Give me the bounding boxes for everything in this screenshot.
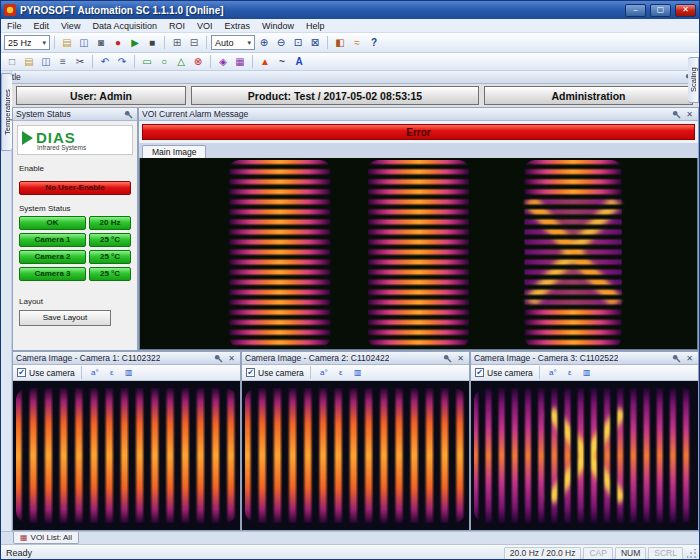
- close-icon[interactable]: ✕: [684, 353, 695, 364]
- system-status-label: System Status: [19, 204, 133, 213]
- redo-icon[interactable]: ↷: [114, 54, 130, 69]
- save-icon[interactable]: ◫: [76, 35, 92, 50]
- undo-icon[interactable]: ↶: [97, 54, 113, 69]
- main-content-row: System Status DIAS Infrared Systems Enab…: [12, 107, 699, 351]
- camera-panel-row: Camera Image - Camera 1: C1102322 ✕ ✔ Us…: [12, 351, 699, 531]
- alarm-icon[interactable]: ▲: [257, 54, 273, 69]
- resize-grip[interactable]: [685, 547, 697, 559]
- camera-3-panel-header: Camera Image - Camera 3: C1102522 ✕: [471, 352, 698, 365]
- camera-1-panel: Camera Image - Camera 1: C1102322 ✕ ✔ Us…: [12, 351, 241, 531]
- menu-item-edit[interactable]: Edit: [28, 21, 56, 31]
- zoom-fit-icon[interactable]: ⊡: [290, 35, 306, 50]
- layout-label: Layout: [19, 297, 133, 306]
- roi-polygon-icon[interactable]: △: [173, 54, 189, 69]
- record-icon[interactable]: ●: [110, 35, 126, 50]
- play-icon[interactable]: ▶: [127, 35, 143, 50]
- voi-table-icon[interactable]: ▦: [232, 54, 248, 69]
- save-layout-button[interactable]: Save Layout: [19, 310, 111, 326]
- camera-1-thermal-image[interactable]: [13, 381, 240, 530]
- help-icon[interactable]: ?: [366, 35, 382, 50]
- roi-delete-icon[interactable]: ⊗: [190, 54, 206, 69]
- layout-split-icon[interactable]: ⊟: [186, 35, 202, 50]
- palette-small-icon[interactable]: ▥: [580, 368, 594, 377]
- menu-item-roi[interactable]: ROI: [163, 21, 191, 31]
- maximize-button[interactable]: ▢: [650, 4, 671, 17]
- voi-add-icon[interactable]: ◈: [215, 54, 231, 69]
- menu-item-voi[interactable]: VOI: [191, 21, 219, 31]
- voi-list-tab-label: VOI List: All: [31, 533, 72, 542]
- no-user-enable-button[interactable]: No User-Enable: [19, 181, 131, 195]
- camera-3-thermal-image[interactable]: [471, 381, 698, 530]
- palette-small-icon[interactable]: ▥: [122, 368, 136, 377]
- roi-rectangle-icon[interactable]: ▭: [139, 54, 155, 69]
- tab-scaling[interactable]: Scaling: [688, 57, 699, 103]
- status-ready-text: Ready: [6, 548, 32, 558]
- menu-item-data-acquisition[interactable]: Data Acquisition: [86, 21, 163, 31]
- user-button[interactable]: User: Admin: [16, 86, 186, 105]
- chevron-down-icon: ▾: [42, 39, 46, 47]
- emissivity-icon[interactable]: ε: [334, 368, 348, 377]
- text-format-icon[interactable]: A: [291, 54, 307, 69]
- voi-list-grid-icon: ▦: [20, 533, 28, 542]
- pin-icon[interactable]: [671, 353, 682, 364]
- print-icon[interactable]: ≡: [55, 54, 71, 69]
- use-camera-checkbox[interactable]: ✔: [17, 368, 26, 377]
- minimize-button[interactable]: –: [625, 4, 646, 17]
- stop-icon[interactable]: ■: [144, 35, 160, 50]
- menu-item-extras[interactable]: Extras: [218, 21, 256, 31]
- zoom-mode-select[interactable]: Auto ▾: [211, 35, 255, 50]
- roi-ellipse-icon[interactable]: ○: [156, 54, 172, 69]
- palette-small-icon[interactable]: ▥: [351, 368, 365, 377]
- palette-icon[interactable]: ◧: [332, 35, 348, 50]
- new-file-icon[interactable]: □: [4, 54, 20, 69]
- emissivity-icon[interactable]: ε: [105, 368, 119, 377]
- close-button[interactable]: ✕: [675, 4, 696, 17]
- status-bar: Ready 20.0 Hz / 20.0 Hz CAP NUM SCRL: [1, 544, 699, 560]
- use-camera-checkbox[interactable]: ✔: [475, 368, 484, 377]
- frequency-select[interactable]: 25 Hz ▾: [4, 35, 50, 50]
- tab-temperatures[interactable]: Temperatures: [1, 73, 12, 151]
- open-folder-icon[interactable]: ▤: [59, 35, 75, 50]
- camera-1-temperature: 25 °C: [89, 233, 131, 247]
- menu-item-help[interactable]: Help: [300, 21, 331, 31]
- status-row-camera-2: Camera 2 25 °C: [19, 250, 137, 264]
- toolbar-separator: [134, 55, 135, 68]
- product-button[interactable]: Product: Test / 2017-05-02 08:53:15: [191, 86, 479, 105]
- pin-icon[interactable]: [123, 109, 134, 120]
- pin-icon[interactable]: [213, 353, 224, 364]
- pin-icon[interactable]: [671, 109, 682, 120]
- isotherm-icon[interactable]: ≈: [349, 35, 365, 50]
- snapshot-icon[interactable]: ◙: [93, 35, 109, 50]
- zoom-mode-value: Auto: [215, 38, 243, 48]
- zoom-in-icon[interactable]: ⊕: [256, 35, 272, 50]
- emissivity-icon[interactable]: ε: [563, 368, 577, 377]
- chevron-down-icon: ▾: [247, 39, 251, 47]
- use-camera-checkbox[interactable]: ✔: [246, 368, 255, 377]
- administration-button[interactable]: Administration: [484, 86, 693, 105]
- temperature-range-icon[interactable]: a°: [546, 368, 560, 377]
- main-thermal-image[interactable]: [139, 158, 698, 350]
- camera-3-indicator: Camera 3: [19, 267, 86, 281]
- toolbar-separator: [81, 366, 82, 379]
- close-icon[interactable]: ✕: [455, 353, 466, 364]
- menu-item-view[interactable]: View: [55, 21, 86, 31]
- temperature-range-icon[interactable]: a°: [88, 368, 102, 377]
- alarm-panel: VOI Current Alarm Message ✕ Error Main I…: [138, 107, 699, 351]
- close-icon[interactable]: ✕: [684, 109, 695, 120]
- temperature-range-icon[interactable]: a°: [317, 368, 331, 377]
- tab-voi-list[interactable]: ▦ VOI List: All: [13, 532, 79, 544]
- zoom-out-icon[interactable]: ⊖: [273, 35, 289, 50]
- close-icon[interactable]: ✕: [226, 353, 237, 364]
- zoom-region-icon[interactable]: ⊠: [307, 35, 323, 50]
- open-folder-icon[interactable]: ▤: [21, 54, 37, 69]
- cut-icon[interactable]: ✂: [72, 54, 88, 69]
- menu-item-window[interactable]: Window: [256, 21, 300, 31]
- pin-icon[interactable]: [442, 353, 453, 364]
- menu-item-file[interactable]: File: [1, 21, 28, 31]
- layout-grid-icon[interactable]: ⊞: [169, 35, 185, 50]
- camera-2-thermal-image[interactable]: [242, 381, 469, 530]
- tab-main-image[interactable]: Main Image: [142, 145, 206, 158]
- camera-1-thermal-svg: [13, 381, 240, 530]
- save-icon[interactable]: ◫: [38, 54, 54, 69]
- chart-icon[interactable]: ~: [274, 54, 290, 69]
